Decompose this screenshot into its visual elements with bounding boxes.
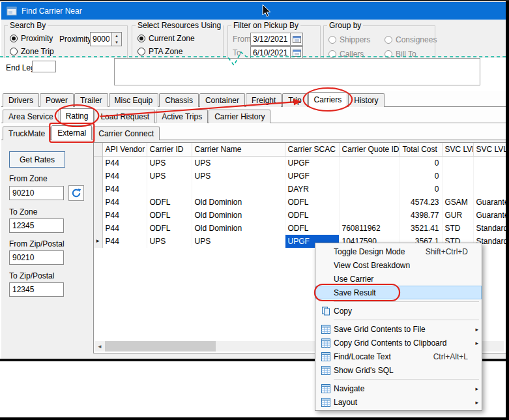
cell[interactable] [339,196,400,209]
tab-freight[interactable]: Freight [246,93,282,107]
column-header-total-cost[interactable]: Total Cost [400,143,442,157]
cell[interactable]: ODFL [147,196,192,209]
input-from-zone[interactable] [9,186,64,200]
cell[interactable] [473,183,506,196]
tab-carrier-connect[interactable]: Carrier Connect [93,127,160,140]
cell[interactable]: ODFL [147,222,192,235]
menu-item-layout[interactable]: Layout▸ [315,395,482,409]
cell[interactable]: Old Dominion [192,196,285,209]
end-leg-input[interactable] [32,61,56,72]
menu-item-show-grid-s-sql[interactable]: Show Grid's SQL [315,363,482,377]
cell[interactable]: GUR [442,209,473,222]
tab-carrier-history[interactable]: Carrier History [209,110,270,123]
cell[interactable] [339,170,400,183]
cell[interactable] [473,157,506,170]
tab-container[interactable]: Container [199,93,245,107]
column-header-svc-lvl[interactable]: SVC LVL [442,143,473,157]
cell[interactable]: UPS [192,170,285,183]
column-header-carrier-name[interactable]: Carrier Name [192,143,285,157]
tab-power[interactable]: Power [40,93,74,107]
tab-drivers[interactable]: Drivers [3,93,39,107]
group-by-option-callers[interactable]: Callers [328,48,385,58]
cell[interactable]: P44 [102,222,147,235]
resources-option-current-zone[interactable]: Current Zone [138,32,195,45]
tab-history[interactable]: History [348,93,384,107]
cell[interactable]: UPS [147,157,192,170]
menu-item-find-locate-text[interactable]: Find/Locate TextCtrl+Alt+L [315,350,482,363]
tab-chassis[interactable]: Chassis [159,93,199,107]
input-from-zip-postal[interactable] [9,250,64,265]
group-by-option-shippers[interactable]: Shippers [328,33,385,46]
tab-carriers[interactable]: Carriers [308,92,348,107]
resources-option-pta-zone[interactable]: PTA Zone [138,45,195,58]
cell[interactable] [339,183,400,196]
cell[interactable] [339,157,400,170]
pickup-to-calendar-button[interactable] [291,46,303,58]
tab-load-request[interactable]: Load Request [95,110,155,123]
cell[interactable]: P44 [102,196,147,209]
pickup-from-calendar-button[interactable] [291,33,303,46]
refresh-rates-button[interactable] [68,185,84,201]
search-by-option-zone-trip[interactable]: Zone Trip [10,45,54,58]
cell[interactable]: UPGF [285,170,339,183]
input-to-zip-postal[interactable] [9,282,64,297]
cell[interactable] [339,209,400,222]
proximity-input[interactable] [90,32,112,46]
pickup-from-date-input[interactable] [250,33,291,46]
cell[interactable]: Old Dominion [192,222,285,235]
cell[interactable]: Guarante [473,196,506,209]
cell[interactable]: P44 [102,209,147,222]
titlebar[interactable]: Find Carrier Near [1,2,506,20]
get-rates-button[interactable]: Get Rates [9,151,65,168]
cell[interactable]: Standard [473,222,506,235]
tab-rating[interactable]: Rating [60,108,95,123]
cell[interactable]: UPS [192,157,285,170]
tab-external[interactable]: External [51,125,92,140]
spin-up-icon[interactable]: ▲ [112,33,121,39]
column-header-carrier-id[interactable]: Carrier ID [147,143,192,157]
tab-misc-equip[interactable]: Misc Equip [109,93,159,107]
scroll-left-button[interactable]: ◄ [95,341,105,352]
cell[interactable]: 3521.41 [400,222,442,235]
cell[interactable]: UPS [147,235,192,248]
cell[interactable]: 4574.23 [400,196,442,209]
column-header-carrier-scac[interactable]: Carrier SCAC [285,143,339,157]
menu-item-navigate[interactable]: Navigate▸ [315,382,482,395]
tab-area-service[interactable]: Area Service [3,110,59,123]
menu-item-save-result[interactable]: Save Result [315,286,482,299]
cell[interactable]: 0 [400,157,442,170]
cell[interactable]: UPS [147,170,192,183]
cell[interactable]: P44 [102,157,147,170]
tab-trailer[interactable]: Trailer [74,93,108,107]
cell[interactable] [192,183,285,196]
cell[interactable]: Old Dominion [192,209,285,222]
cell[interactable]: 0 [400,183,442,196]
cell[interactable]: P44 [102,235,147,248]
cell[interactable]: DAYR [285,183,339,196]
cell[interactable] [473,170,506,183]
cell[interactable]: Guarante [473,209,506,222]
cell[interactable]: ODFL [285,196,339,209]
cell[interactable]: UPS [192,235,285,248]
cell[interactable] [147,183,192,196]
group-by-option-consignees[interactable]: Consignees [385,33,437,46]
menu-item-toggle-design-mode[interactable]: Toggle Design ModeShift+Ctrl+D [315,245,482,258]
column-header-svc-lvl-d[interactable]: SVC LVL D [473,143,506,157]
tab-trip[interactable]: Trip [282,93,307,107]
cell[interactable]: P44 [102,170,147,183]
tab-truckmate[interactable]: TruckMate [3,127,51,140]
menu-item-view-cost-breakdown[interactable]: View Cost Breakdown [315,258,482,272]
cell[interactable]: ODFL [147,209,192,222]
menu-item-save-grid-contents-to-file[interactable]: Save Grid Contents to File▸ [315,322,482,336]
cell[interactable] [442,157,473,170]
tab-active-trips[interactable]: Active Trips [156,110,208,123]
cell[interactable] [442,170,473,183]
cell[interactable]: GSAM [442,196,473,209]
cell[interactable]: P44 [102,183,147,196]
cell[interactable]: ODFL [285,222,339,235]
cell[interactable] [442,183,473,196]
cell[interactable]: UPGF [285,157,339,170]
detail-box[interactable] [114,58,480,85]
group-by-option-bill-to[interactable]: Bill To [385,48,437,58]
pickup-to-date-input[interactable] [250,46,291,58]
